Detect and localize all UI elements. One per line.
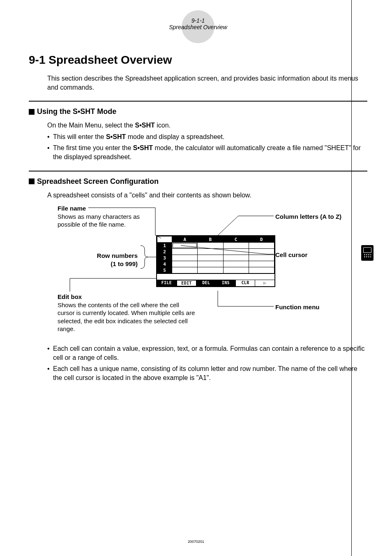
section-intro: This section describes the Spreadsheet a… — [47, 74, 367, 92]
calc-row-header: 1 — [157, 243, 172, 249]
calc-cursor-cell — [172, 243, 198, 249]
label-filename: File name Shows as many characters as po… — [58, 204, 152, 229]
footer-date: 20070201 — [0, 540, 392, 544]
subheading-screen-config: Spreadsheet Screen Configuration — [29, 177, 367, 186]
svg-line-4 — [216, 216, 238, 237]
txt: SHT — [140, 144, 153, 151]
label-editbox-desc: Shows the contents of the cell where the… — [58, 301, 195, 333]
separator — [29, 101, 367, 102]
calculator-side-icon — [361, 245, 374, 261]
calc-fn-item: FILE — [157, 280, 177, 286]
txt: Row numbers — [97, 252, 138, 259]
txt: S — [106, 133, 111, 140]
subhead1-mode2: SHT — [80, 107, 95, 116]
label-cell-cursor: Cell cursor — [275, 251, 307, 259]
mainmenu-instruction: On the Main Menu, select the S•SHT icon. — [47, 121, 367, 130]
calc-edit-box — [157, 273, 274, 280]
txt: S — [135, 122, 139, 129]
calc-row-header: 2 — [157, 249, 172, 255]
calc-fn-item: EDIT — [177, 280, 197, 286]
label-function-menu: Function menu — [275, 303, 320, 311]
label-column-letters: Column letters (A to Z) — [275, 213, 341, 221]
label-row-numbers: Row numbers (1 to 999) — [80, 252, 138, 268]
bullet-cell-contents: Each cell can contain a value, expressio… — [47, 344, 367, 362]
subhead1-suffix: Mode — [95, 107, 116, 116]
calc-row-header: 3 — [157, 255, 172, 261]
txt: icon. — [155, 122, 171, 129]
calc-col-header: B — [198, 236, 223, 243]
calc-fn-item: DEL — [196, 280, 216, 286]
bullet-first-time: The first time you enter the S•SHT mode,… — [47, 144, 367, 161]
page-header: 9-1-1 Spreadsheet Overview — [29, 8, 367, 41]
label-edit-box: Edit box Shows the contents of the cell … — [58, 293, 197, 333]
calc-col-header: D — [249, 236, 274, 243]
label-filename-title: File name — [58, 205, 86, 212]
square-bullet-icon — [29, 109, 35, 115]
txt: This will enter the — [53, 133, 106, 140]
bullet-enter-mode: This will enter the S•SHT mode and displ… — [47, 132, 367, 141]
txt: Function menu — [275, 303, 320, 310]
section-number: 9-1 — [29, 53, 45, 66]
diagram: File name Shows as many characters as po… — [45, 204, 367, 336]
calc-fn-item: CLR — [236, 280, 256, 286]
txt: SHT — [113, 133, 126, 140]
txt: mode and display a spreadsheet. — [126, 133, 224, 140]
txt: Cell cursor — [275, 251, 307, 258]
bullet-cell-name: Each cell has a unique name, consisting … — [47, 364, 367, 382]
subhead1-prefix: Using the — [37, 107, 73, 116]
txt: The first time you enter the — [53, 144, 133, 151]
calc-col-header: A — [172, 236, 198, 243]
square-bullet-icon — [29, 178, 35, 184]
calc-row-header: 4 — [157, 261, 172, 267]
section-name: Spreadsheet Overview — [48, 53, 172, 66]
header-page-number: 9-1-1 — [29, 8, 367, 24]
subhead1-mode1: S — [73, 107, 78, 116]
txt: SHT — [142, 122, 155, 129]
calc-grid: SHEE A B C D 1 2 3 4 5 — [157, 236, 274, 273]
section-title: 9-1 Spreadsheet Overview — [29, 53, 367, 67]
subheading-using-mode: Using the S•SHT Mode — [29, 107, 367, 116]
calc-filename-cell: SHEE — [157, 236, 172, 243]
txt: (1 to 999) — [111, 260, 138, 267]
txt: S — [133, 144, 138, 151]
header-chapter-title: Spreadsheet Overview — [29, 24, 367, 30]
txt: Column letters (A to Z) — [275, 213, 341, 220]
separator — [29, 171, 367, 171]
calc-function-menu: FILE EDIT DEL INS CLR ▷ — [157, 280, 274, 286]
screen-config-intro: A spreadsheet consists of a "cells" and … — [47, 191, 367, 200]
subhead2-text: Spreadsheet Screen Configuration — [37, 177, 159, 186]
label-filename-desc: Shows as many characters as possible of … — [58, 213, 140, 228]
calc-fn-more-icon: ▷ — [255, 280, 274, 286]
calc-row-header: 5 — [157, 267, 172, 273]
label-editbox-title: Edit box — [58, 293, 82, 300]
calculator-screenshot: SHEE A B C D 1 2 3 4 5 FILE EDIT DEL INS… — [156, 235, 275, 287]
calc-col-header: C — [223, 236, 249, 243]
calc-fn-item: INS — [216, 280, 236, 286]
txt: On the Main Menu, select the — [47, 122, 135, 129]
